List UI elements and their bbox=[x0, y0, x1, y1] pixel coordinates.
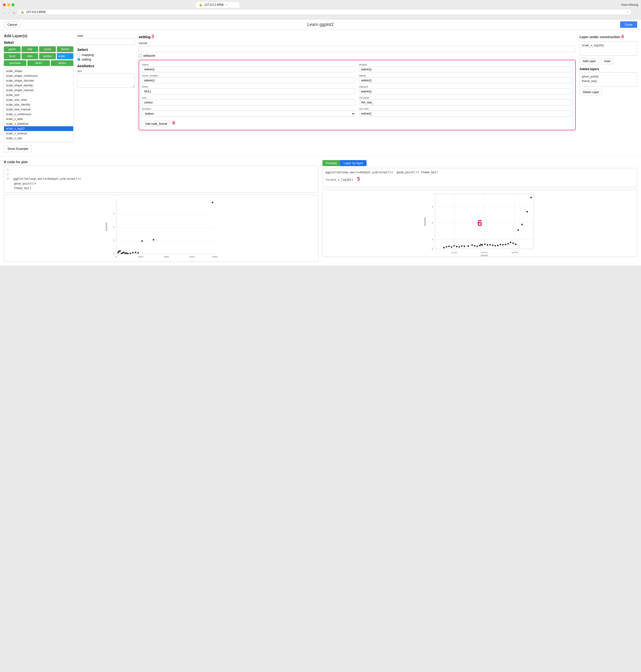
svg-point-17 bbox=[120, 250, 121, 252]
field-name-input[interactable] bbox=[142, 66, 355, 72]
field-expand-label: expand bbox=[359, 85, 572, 88]
tag-facet[interactable]: facet bbox=[4, 53, 21, 59]
browser-tab[interactable]: 🔒 127.0.0.1:6558 ✕ bbox=[196, 2, 239, 8]
scale-item[interactable]: scale_size_area bbox=[4, 97, 73, 102]
delete-layer-button[interactable]: Delete Layer bbox=[579, 89, 602, 95]
scale-item[interactable]: scale_x_date bbox=[4, 117, 73, 121]
layer-under-box: scale_x_log10() bbox=[579, 41, 637, 56]
field-sec-axis-input[interactable] bbox=[359, 111, 572, 117]
data-input[interactable] bbox=[77, 38, 135, 45]
svg-text:6000: 6000 bbox=[190, 255, 194, 258]
done-button[interactable]: Done bbox=[620, 21, 637, 28]
back-button[interactable]: ‹ bbox=[3, 11, 6, 15]
field-labels-input[interactable] bbox=[359, 78, 572, 83]
show-example-button[interactable]: Show Example bbox=[4, 145, 32, 152]
svg-point-57 bbox=[467, 245, 469, 247]
svg-text:brainwt: brainwt bbox=[423, 217, 426, 226]
field-name: name bbox=[142, 63, 355, 72]
mapping-radio[interactable] bbox=[77, 53, 80, 56]
tag-annotate[interactable]: annotate bbox=[4, 60, 26, 66]
field-oob-input[interactable] bbox=[142, 99, 355, 105]
scale-item[interactable]: scale_shape_continuous bbox=[4, 73, 73, 78]
scale-item[interactable]: scale_size_identity bbox=[4, 102, 73, 107]
r-code-content: ggplot(msleep,aes(x=bodywt,y=brainwt))+ … bbox=[7, 177, 81, 190]
refresh-button[interactable]: ↻ bbox=[12, 11, 16, 15]
svg-point-73 bbox=[507, 243, 508, 244]
tag-guides[interactable]: guides bbox=[39, 53, 56, 59]
menu-button[interactable]: ⋮ bbox=[633, 11, 638, 15]
field-expand-input[interactable] bbox=[359, 89, 572, 94]
svg-text:0: 0 bbox=[113, 252, 114, 255]
setting-radio[interactable] bbox=[77, 58, 80, 61]
tag-others[interactable]: others bbox=[51, 60, 73, 66]
data-label: data bbox=[77, 34, 135, 38]
scale-item[interactable]: scale_x_time bbox=[4, 140, 73, 142]
tag-theme[interactable]: theme bbox=[57, 46, 74, 52]
svg-point-79 bbox=[527, 211, 528, 212]
scale-item[interactable]: scale_x_sqrt bbox=[4, 136, 73, 140]
field-limits-label: limits bbox=[142, 85, 355, 88]
svg-point-49 bbox=[446, 246, 447, 247]
svg-text:1e-01: 1e-01 bbox=[451, 251, 457, 254]
field-minor-breaks-input[interactable] bbox=[142, 78, 355, 83]
added-layers-box: geom_point()theme_bw() bbox=[579, 72, 637, 86]
aes-input[interactable] bbox=[77, 73, 135, 88]
field-labels-label: labels bbox=[359, 74, 572, 77]
svg-point-69 bbox=[497, 245, 499, 246]
scale-item[interactable]: scale_shape bbox=[4, 69, 73, 73]
svg-text:4: 4 bbox=[113, 226, 115, 228]
add-math-format-label: Add math_format bbox=[145, 122, 167, 125]
add-layer-button[interactable]: Add Layer bbox=[579, 58, 599, 64]
tag-scale[interactable]: scale 1 bbox=[57, 53, 74, 59]
svg-point-63 bbox=[481, 244, 483, 246]
scale-item[interactable]: scale_shape_discrete bbox=[4, 78, 73, 83]
scale-item[interactable]: scale_x_datetime bbox=[4, 121, 73, 126]
field-breaks-input[interactable] bbox=[359, 66, 572, 72]
add-math-format-button[interactable]: Add math_format bbox=[142, 121, 170, 127]
minimize-dot[interactable] bbox=[7, 3, 10, 6]
tab-close-icon[interactable]: ✕ bbox=[226, 4, 228, 6]
svg-point-24 bbox=[127, 253, 128, 254]
scale-item-selected[interactable]: scale_x_log10 bbox=[4, 126, 73, 131]
preview-badge: 5 bbox=[357, 176, 360, 182]
varset-input[interactable] bbox=[139, 46, 576, 52]
addquote-checkbox[interactable] bbox=[139, 54, 142, 57]
svg-point-51 bbox=[451, 246, 452, 248]
setting-heading: setting bbox=[139, 35, 150, 39]
scale-item[interactable]: scale_x_reverse bbox=[4, 131, 73, 136]
maximize-dot[interactable] bbox=[12, 3, 14, 6]
setting-badge: 3 bbox=[151, 34, 154, 39]
field-limits-input[interactable] bbox=[142, 89, 355, 94]
scale-item[interactable]: scale_shape_manual bbox=[4, 88, 73, 93]
tag-coord[interactable]: coord bbox=[39, 46, 56, 52]
reset-button[interactable]: reset bbox=[601, 58, 614, 64]
field-na-value-input[interactable] bbox=[359, 99, 572, 105]
tag-limits[interactable]: limits bbox=[27, 60, 50, 66]
tag-geom[interactable]: geom bbox=[4, 46, 21, 52]
svg-point-21 bbox=[123, 252, 125, 253]
scale-item[interactable]: scale_size bbox=[4, 93, 73, 97]
close-dot[interactable] bbox=[3, 3, 6, 6]
tag-stat[interactable]: stat bbox=[22, 46, 38, 52]
field-position-select[interactable]: bottom top left right bbox=[142, 111, 355, 117]
scale-item[interactable]: scale_shape_identity bbox=[4, 83, 73, 88]
scale-list[interactable]: scale_shape scale_shape_continuous scale… bbox=[4, 68, 73, 142]
svg-point-55 bbox=[461, 245, 463, 247]
svg-point-60 bbox=[476, 245, 478, 247]
preview-tab-preview[interactable]: Preview bbox=[323, 160, 340, 166]
field-sec-axis: sec.axis bbox=[359, 107, 572, 117]
forward-button[interactable]: › bbox=[8, 11, 11, 15]
svg-text:1e+01: 1e+01 bbox=[481, 251, 488, 254]
select-label: Select bbox=[4, 41, 73, 44]
cancel-button[interactable]: Cancel bbox=[4, 21, 21, 28]
bookmark-icon[interactable]: ☆ bbox=[626, 10, 629, 14]
svg-point-70 bbox=[500, 244, 501, 245]
svg-point-48 bbox=[443, 247, 445, 248]
field-na-value-label: na.value bbox=[359, 96, 572, 99]
preview-tab-layer[interactable]: Layer by layer bbox=[340, 160, 367, 166]
scale-item[interactable]: scale_size_manual bbox=[4, 107, 73, 112]
tag-labs[interactable]: labs bbox=[22, 53, 38, 59]
varset-label: varset bbox=[139, 41, 576, 45]
scale-item[interactable]: scale_x_continuous bbox=[4, 112, 73, 117]
svg-point-52 bbox=[453, 245, 455, 246]
